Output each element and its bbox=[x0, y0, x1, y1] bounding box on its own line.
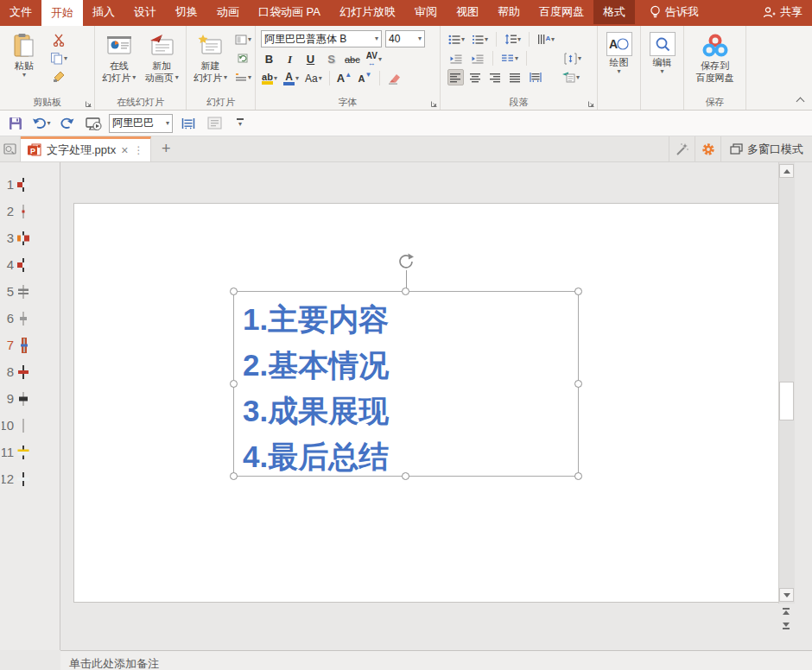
bold-button[interactable]: B bbox=[261, 51, 277, 67]
resize-handle-se[interactable] bbox=[574, 472, 582, 480]
numbering-dropdown-icon[interactable]: ▾ bbox=[485, 36, 488, 43]
slide-page[interactable]: 1.主要内容 2.基本情况 3.成果展现 4.最后总结 bbox=[73, 203, 790, 603]
menu-tab-design[interactable]: 设计 bbox=[124, 0, 166, 24]
tell-me-button[interactable]: 告诉我 bbox=[640, 0, 708, 24]
save-button[interactable] bbox=[5, 113, 26, 134]
slide-thumb-4[interactable]: 4 bbox=[0, 251, 60, 278]
resize-handle-w[interactable] bbox=[230, 380, 238, 388]
grow-font-button[interactable]: A ▲ bbox=[336, 70, 352, 86]
clear-formatting-button[interactable] bbox=[386, 70, 403, 86]
slide-thumbnail[interactable] bbox=[22, 258, 24, 272]
underline-button[interactable]: U bbox=[302, 51, 319, 67]
collapse-ribbon-icon[interactable] bbox=[796, 98, 805, 106]
text-line-4[interactable]: 4.最后总结 bbox=[243, 433, 578, 479]
document-tab-active[interactable]: P 文字处理.pptx × ⋮ bbox=[21, 136, 151, 161]
reset-slide-button[interactable] bbox=[234, 50, 252, 66]
undo-button[interactable]: ▾ bbox=[31, 113, 52, 134]
layout-button[interactable]: ▾ bbox=[234, 31, 252, 47]
resize-handle-sw[interactable] bbox=[230, 472, 238, 480]
align-left-button[interactable] bbox=[447, 69, 464, 85]
textbox-content[interactable]: 1.主要内容 2.基本情况 3.成果展现 4.最后总结 bbox=[234, 292, 578, 479]
undo-dropdown-icon[interactable]: ▾ bbox=[47, 120, 50, 127]
section-dropdown-icon[interactable]: ▾ bbox=[248, 74, 251, 81]
qat-font-dropdown-icon[interactable]: ▾ bbox=[163, 120, 169, 127]
clipboard-dialog-launcher-icon[interactable] bbox=[85, 100, 92, 108]
text-highlight-button[interactable]: ab ▾ bbox=[261, 70, 278, 86]
columns-button[interactable]: ▾ bbox=[500, 50, 519, 66]
shrink-font-button[interactable]: A ▼ bbox=[357, 70, 373, 86]
slide-thumbnail[interactable] bbox=[22, 231, 24, 245]
slide-thumb-3[interactable]: 3 bbox=[0, 224, 60, 251]
align-text-dropdown-icon[interactable]: ▾ bbox=[578, 55, 581, 62]
slideshow-view-button[interactable] bbox=[0, 136, 21, 161]
line-spacing-dropdown-icon[interactable]: ▾ bbox=[517, 36, 521, 43]
distribute-justify-button[interactable] bbox=[178, 113, 199, 134]
menu-tab-view[interactable]: 视图 bbox=[447, 0, 488, 24]
smartart-dropdown-icon[interactable]: ▾ bbox=[576, 74, 580, 81]
convert-smartart-button[interactable]: ▾ bbox=[561, 69, 580, 85]
numbering-button[interactable]: ▾ bbox=[471, 31, 489, 47]
text-direction-button[interactable]: A ▾ bbox=[536, 31, 555, 47]
share-button[interactable]: 共享 bbox=[753, 0, 812, 24]
font-name-combobox[interactable]: 阿里巴巴普惠体 B ▾ bbox=[261, 30, 382, 47]
online-slides-dropdown-icon[interactable]: ▾ bbox=[132, 74, 136, 81]
align-center-button[interactable] bbox=[467, 69, 484, 85]
scroll-up-button[interactable] bbox=[779, 164, 794, 178]
change-case-dropdown-icon[interactable]: ▾ bbox=[319, 75, 322, 82]
slide-thumb-12[interactable]: 12 bbox=[0, 465, 60, 492]
new-slide-dropdown-icon[interactable]: ▾ bbox=[224, 74, 227, 81]
slide-thumbnail[interactable] bbox=[22, 205, 24, 218]
font-color-dropdown-icon[interactable]: ▾ bbox=[295, 75, 299, 82]
resize-handle-nw[interactable] bbox=[230, 288, 238, 295]
font-name-dropdown-icon[interactable]: ▾ bbox=[372, 35, 378, 42]
character-spacing-dropdown-icon[interactable]: ▾ bbox=[378, 56, 382, 63]
online-slides-button[interactable]: 在线 幻灯片▾ bbox=[98, 28, 141, 97]
slide-thumb-7-selected[interactable]: 7 bbox=[0, 332, 60, 358]
resize-handle-s[interactable] bbox=[402, 472, 409, 480]
slide-thumb-6[interactable]: 6 bbox=[0, 305, 60, 332]
new-tab-button[interactable]: + bbox=[151, 136, 181, 161]
columns-dropdown-icon[interactable]: ▾ bbox=[515, 55, 518, 62]
bullets-button[interactable]: ▾ bbox=[447, 31, 466, 47]
next-slide-button[interactable] bbox=[780, 623, 792, 629]
slideshow-from-current-button[interactable] bbox=[83, 113, 104, 134]
menu-tab-insert[interactable]: 插入 bbox=[83, 0, 124, 24]
editing-button[interactable]: 编辑 ▾ bbox=[644, 28, 681, 97]
notes-placeholder[interactable]: 单击此处添加备注 bbox=[69, 656, 159, 670]
decrease-indent-button[interactable] bbox=[447, 50, 464, 66]
scrollbar-thumb[interactable] bbox=[779, 382, 794, 420]
slide-thumb-10[interactable]: 10 bbox=[0, 412, 60, 439]
font-color-button[interactable]: A ▾ bbox=[282, 70, 300, 86]
resize-handle-n[interactable] bbox=[402, 288, 409, 295]
slide-thumb-9[interactable]: 9 bbox=[0, 385, 60, 412]
previous-slide-button[interactable] bbox=[780, 608, 792, 615]
slide-thumb-2[interactable]: 2 bbox=[0, 198, 60, 224]
cut-button[interactable] bbox=[49, 32, 68, 48]
save-to-baidu-button[interactable]: 保存到 百度网盘 bbox=[688, 28, 742, 97]
menu-tab-format[interactable]: 格式 bbox=[593, 0, 635, 24]
customize-qat-button[interactable]: ▾ bbox=[230, 113, 251, 134]
new-slide-button[interactable]: 新建 幻灯片▾ bbox=[189, 28, 232, 97]
multi-window-mode-button[interactable]: 多窗口模式 bbox=[720, 136, 812, 161]
align-right-button[interactable] bbox=[487, 69, 504, 85]
slide-thumbnail[interactable] bbox=[22, 472, 24, 486]
section-button[interactable]: ▾ bbox=[234, 69, 252, 85]
increase-indent-button[interactable] bbox=[469, 50, 485, 66]
paragraph-dialog-launcher-icon[interactable] bbox=[587, 100, 595, 108]
drawing-dropdown-icon[interactable]: ▾ bbox=[617, 68, 620, 75]
line-spacing-button[interactable]: ▾ bbox=[504, 31, 522, 47]
slide-thumb-5[interactable]: 5 bbox=[0, 278, 60, 305]
slide-thumbnail[interactable] bbox=[22, 419, 24, 433]
text-line-1[interactable]: 1.主要内容 bbox=[243, 296, 578, 342]
text-line-2[interactable]: 2.基本情况 bbox=[243, 342, 578, 388]
rotation-handle-icon[interactable] bbox=[396, 252, 416, 271]
menu-tab-review[interactable]: 审阅 bbox=[405, 0, 447, 24]
slide-thumbnail[interactable] bbox=[22, 365, 24, 379]
editing-dropdown-icon[interactable]: ▾ bbox=[660, 68, 663, 75]
strikethrough-button[interactable]: abc bbox=[344, 51, 361, 67]
font-dialog-launcher-icon[interactable] bbox=[430, 100, 438, 108]
settings-gear-button[interactable] bbox=[695, 136, 720, 161]
copy-dropdown-icon[interactable]: ▾ bbox=[64, 55, 67, 62]
bullets-dropdown-icon[interactable]: ▾ bbox=[461, 36, 465, 43]
slide-thumbnail[interactable] bbox=[22, 392, 24, 406]
